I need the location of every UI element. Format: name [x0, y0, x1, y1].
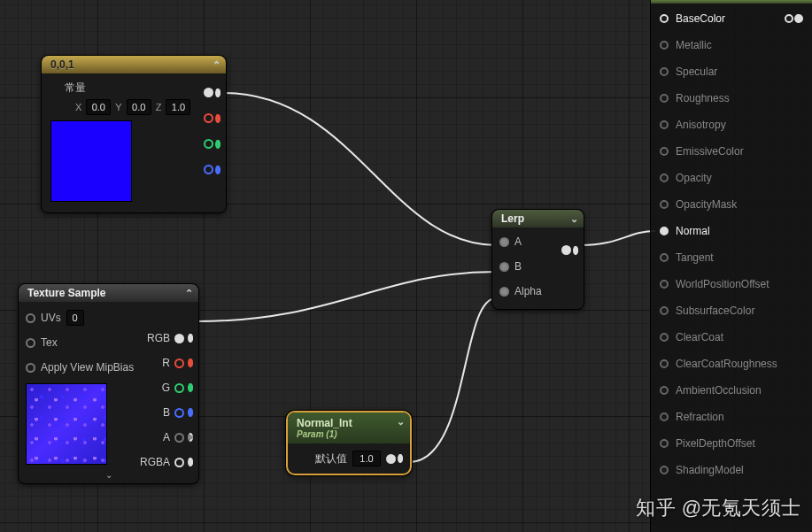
collapse-icon[interactable]: ⌄	[397, 416, 405, 428]
node-title-text: Normal_Int	[297, 417, 401, 429]
pin-icon[interactable]	[660, 120, 669, 129]
material-pin-subsurfacecolor[interactable]: SubsurfaceColor	[651, 297, 812, 324]
pin-icon[interactable]	[660, 94, 669, 103]
material-pin-label: Specular	[676, 66, 717, 78]
pin-icon[interactable]	[660, 253, 669, 262]
material-pin-refraction[interactable]: Refraction	[651, 404, 812, 430]
material-pin-label: AmbientOcclusion	[676, 384, 762, 397]
node-scalar-param[interactable]: Normal_Int Param (1) ⌄ 默认值	[286, 411, 412, 475]
material-pin-label: Tangent	[676, 251, 714, 264]
material-pin-roughness[interactable]: Roughness	[651, 85, 812, 112]
y-input[interactable]	[127, 99, 151, 115]
pin-icon[interactable]	[660, 147, 669, 156]
node-title-text: 0,0,1	[50, 58, 74, 71]
pin-icon[interactable]	[660, 227, 669, 235]
uvs-input[interactable]	[66, 310, 84, 326]
in-label-tex: Tex	[41, 336, 58, 349]
material-pin-basecolor[interactable]: BaseColor	[651, 5, 812, 32]
material-pin-label: BaseColor	[676, 12, 725, 25]
material-pin-clearcoat[interactable]: ClearCoat	[651, 324, 812, 351]
arrow-icon	[188, 458, 193, 466]
z-label: Z	[156, 102, 162, 112]
material-pin-ambientocclusion[interactable]: AmbientOcclusion	[651, 377, 812, 404]
default-input[interactable]	[352, 451, 381, 466]
in-pin-uvs[interactable]	[26, 313, 35, 323]
node-title[interactable]: 0,0,1 ⌃	[42, 56, 226, 73]
node-title[interactable]: Texture Sample ⌃	[19, 284, 198, 302]
material-pin-opacitymask[interactable]: OpacityMask	[651, 191, 812, 218]
pin-icon[interactable]	[660, 173, 669, 182]
node-subtitle: Param (1)	[297, 429, 401, 439]
material-pin-metallic[interactable]: Metallic	[651, 32, 812, 58]
material-pin-label: PixelDepthOffset	[676, 437, 755, 450]
in-label-a: A	[514, 235, 522, 248]
out-pin-rgb[interactable]	[204, 88, 213, 97]
out-pin-r[interactable]	[174, 359, 184, 368]
pin-icon[interactable]	[660, 41, 669, 50]
in-label-uvs: UVs	[41, 312, 61, 324]
arrow-icon	[215, 89, 220, 97]
collapse-icon[interactable]: ⌄	[570, 213, 578, 225]
out-pin-value[interactable]	[386, 454, 396, 464]
tail-pin[interactable]	[785, 14, 803, 23]
material-pin-label: Metallic	[676, 39, 712, 51]
material-pin-label: ClearCoat	[676, 331, 723, 343]
arrow-icon	[573, 246, 578, 255]
out-pin-g[interactable]	[204, 139, 213, 149]
pin-icon[interactable]	[660, 280, 669, 289]
in-label-mipbias: Apply View MipBias	[41, 361, 134, 374]
out-pin-r[interactable]	[204, 113, 213, 123]
in-pin-a[interactable]	[499, 237, 509, 247]
in-label-b: B	[514, 260, 522, 273]
pin-icon[interactable]	[660, 14, 669, 23]
z-input[interactable]	[166, 99, 190, 115]
material-pin-normal[interactable]: Normal	[651, 218, 812, 244]
out-pin-b[interactable]	[174, 408, 184, 418]
texture-preview	[26, 383, 107, 465]
node-title[interactable]: Lerp ⌄	[492, 210, 584, 227]
x-input[interactable]	[86, 99, 111, 115]
node-texture-sample[interactable]: Texture Sample ⌃ UVs Tex Apply View MipB…	[18, 283, 199, 484]
pin-icon[interactable]	[660, 466, 669, 474]
node-constant-vector[interactable]: 0,0,1 ⌃ 常量 X Y Z	[41, 55, 227, 213]
out-pin-g[interactable]	[174, 383, 184, 393]
material-pin-opacity[interactable]: Opacity	[651, 165, 812, 191]
collapse-icon[interactable]: ⌃	[213, 59, 220, 71]
material-pin-shadingmodel[interactable]: ShadingModel	[651, 457, 812, 483]
material-pin-label: EmissiveColor	[676, 145, 744, 158]
in-pin-mipbias[interactable]	[26, 363, 35, 373]
out-pin-b[interactable]	[204, 165, 213, 174]
pin-icon[interactable]	[660, 200, 669, 209]
node-title[interactable]: Normal_Int Param (1) ⌄	[288, 412, 410, 443]
in-pin-tex[interactable]	[26, 338, 35, 348]
material-pin-anisotropy[interactable]: Anisotropy	[651, 112, 812, 138]
material-pin-pixeldepthoffset[interactable]: PixelDepthOffset	[651, 430, 812, 457]
node-lerp[interactable]: Lerp ⌄ A B Alpha	[491, 209, 584, 310]
default-label: 默认值	[315, 451, 347, 466]
out-pin-a[interactable]	[174, 433, 184, 443]
arrow-icon	[215, 114, 220, 123]
expand-icon[interactable]: ⌄	[19, 470, 198, 483]
out-pin-rgba[interactable]	[174, 458, 184, 467]
pin-icon[interactable]	[660, 67, 669, 76]
arrow-icon	[188, 433, 193, 442]
pin-icon[interactable]	[660, 333, 669, 342]
collapse-icon[interactable]: ⌃	[185, 288, 193, 299]
in-pin-alpha[interactable]	[499, 287, 509, 297]
pin-icon[interactable]	[660, 439, 669, 448]
node-title-text: Texture Sample	[27, 287, 105, 299]
material-pin-label: Roughness	[676, 92, 730, 104]
pin-icon[interactable]	[660, 359, 669, 368]
out-pin-rgb[interactable]	[174, 334, 184, 343]
material-pin-emissivecolor[interactable]: EmissiveColor	[651, 138, 812, 165]
material-pin-tangent[interactable]: Tangent	[651, 244, 812, 271]
pin-icon[interactable]	[660, 386, 669, 395]
material-pin-specular[interactable]: Specular	[651, 58, 812, 85]
pin-icon[interactable]	[660, 306, 669, 315]
out-pin-result[interactable]	[561, 245, 571, 255]
pin-icon[interactable]	[660, 412, 669, 421]
material-output-panel: BaseColorMetallicSpecularRoughnessAnisot…	[650, 0, 812, 532]
in-pin-b[interactable]	[499, 262, 509, 272]
material-pin-worldpositionoffset[interactable]: WorldPositionOffset	[651, 271, 812, 297]
material-pin-clearcoatroughness[interactable]: ClearCoatRoughness	[651, 351, 812, 377]
